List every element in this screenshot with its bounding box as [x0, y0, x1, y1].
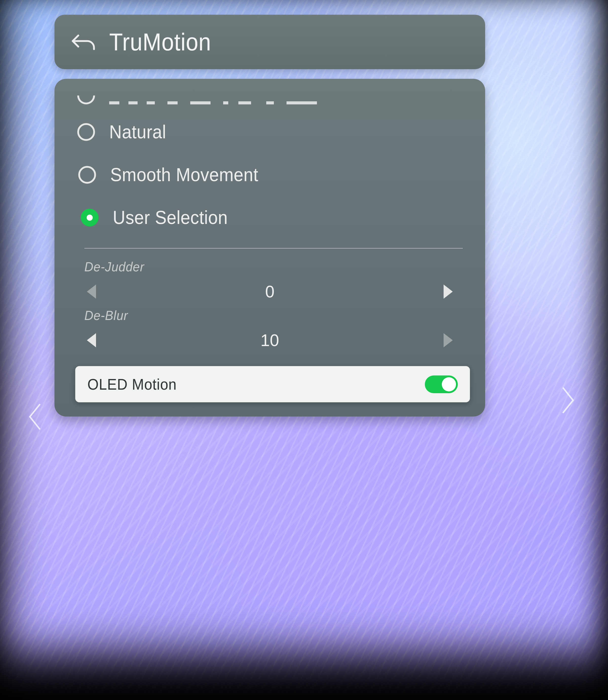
slider-value: 0 [265, 282, 274, 301]
radio-icon-selected [81, 209, 98, 227]
slider-deblur: De-Blur 10 [55, 303, 485, 352]
radio-label: Natural [109, 121, 166, 143]
increment-button[interactable] [443, 284, 453, 299]
header: TruMotion [55, 15, 485, 69]
oled-motion-toggle[interactable] [425, 376, 458, 393]
oled-motion-row[interactable]: OLED Motion [75, 366, 470, 402]
decrement-button[interactable] [87, 284, 96, 299]
radio-option-user-selection[interactable]: User Selection [55, 196, 485, 239]
partial-prev-option [77, 80, 462, 105]
divider [84, 248, 463, 248]
slider-dejudder: De-Judder 0 [55, 252, 485, 303]
back-icon[interactable] [70, 31, 97, 53]
radio-option-smooth-movement[interactable]: Smooth Movement [55, 153, 485, 196]
settings-card: Natural Smooth Movement User Selection D… [55, 79, 485, 416]
radio-label: User Selection [113, 207, 228, 228]
decrement-button[interactable] [87, 333, 96, 347]
oled-motion-label: OLED Motion [88, 375, 177, 393]
settings-pane: TruMotion Natural Smooth Movement User S… [55, 15, 485, 416]
increment-button[interactable] [443, 333, 453, 347]
slider-label: De-Blur [84, 308, 433, 323]
slider-label: De-Judder [84, 259, 433, 275]
radio-icon [77, 123, 95, 141]
page-next-chevron[interactable] [558, 385, 578, 416]
page-title: TruMotion [109, 28, 211, 56]
radio-option-natural[interactable]: Natural [55, 111, 485, 153]
radio-label: Smooth Movement [110, 164, 259, 186]
radio-icon [78, 166, 96, 184]
slider-value: 10 [261, 330, 279, 350]
page-prev-chevron[interactable] [25, 401, 45, 432]
